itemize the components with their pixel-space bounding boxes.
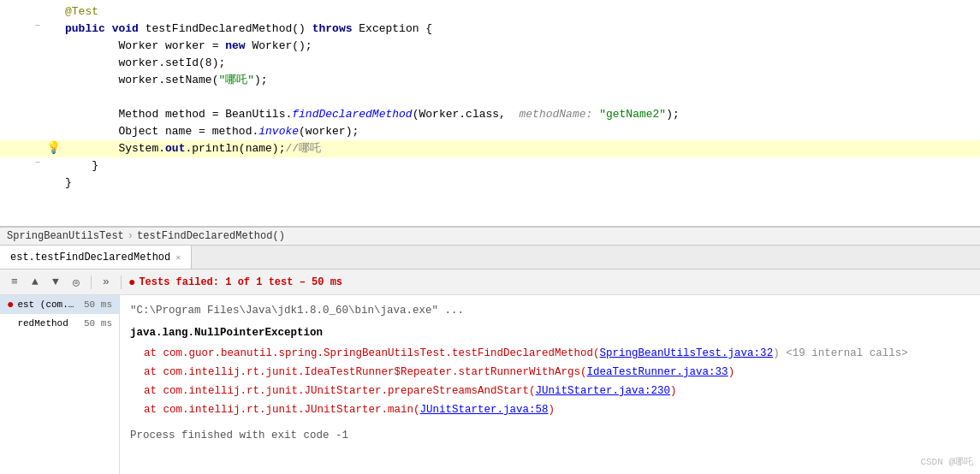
keyword: public (65, 22, 105, 35)
comment: //哪吒 (285, 142, 321, 155)
stack-frame-3: at com.intellij.rt.junit.JUnitStarter.pr… (130, 382, 970, 400)
code-line-7: Method method = BeanUtils.findDeclaredMe… (0, 106, 980, 123)
keyword: void (112, 22, 139, 35)
test-tab[interactable]: est.testFindDeclaredMethod ✕ (0, 246, 192, 269)
line-content: Object name = method.invoke(worker); (62, 123, 980, 140)
line-fold-collapse[interactable]: − (31, 21, 45, 31)
stack-prefix-3: at com.intellij.rt.junit.JUnitStarter.pr… (144, 385, 536, 397)
bottom-section: est.testFindDeclaredMethod ✕ ≡ ▲ ▼ ◎ » ●… (0, 246, 980, 474)
line-content: } (62, 175, 980, 192)
test-failed-icon: ● (7, 298, 14, 311)
breadcrumb-bar: SpringBeanUtilsTest › testFindDeclaredMe… (0, 227, 980, 246)
watermark: CSDN @哪吒 (920, 453, 973, 471)
line-content: Method method = BeanUtils.findDeclaredMe… (62, 106, 980, 123)
filter-button[interactable]: ◎ (68, 275, 84, 290)
breadcrumb-separator: › (128, 230, 134, 242)
test-output: "C:\Program Files\Java\jdk1.8.0_60\bin\j… (120, 295, 980, 474)
test-item-time: 50 ms (84, 299, 112, 310)
keyword-throws: throws (312, 22, 353, 35)
line-content (62, 89, 980, 106)
code-line-2: − public void testFindDeclaredMethod() t… (0, 21, 980, 38)
test-list-item-2[interactable]: ● redMethod 50 ms (0, 314, 119, 333)
up-button[interactable]: ▲ (27, 275, 43, 290)
stack-frame-2: at com.intellij.rt.junit.IdeaTestRunner$… (130, 364, 970, 381)
stack-link-2[interactable]: IdeaTestRunner.java:33 (587, 366, 728, 378)
annotation-test: @Test (65, 5, 98, 18)
more-button[interactable]: » (98, 275, 114, 290)
test-list-item-1[interactable]: ● est (com.guor.b 50 ms (0, 295, 119, 314)
code-line-4: worker.setId(8); (0, 55, 980, 72)
keyword-out: out (165, 142, 185, 155)
line-content: worker.setId(8); (62, 55, 980, 72)
test-body: ● est (com.guor.b 50 ms ● redMethod 50 m… (0, 295, 980, 474)
stack-link-4[interactable]: JUnitStarter.java:58 (420, 404, 549, 416)
line-content: System.out.println(name);//哪吒 (62, 140, 980, 157)
stack-prefix-1: at com.guor.beanutil.spring.SpringBeanUt… (144, 347, 600, 359)
code-lines: @Test − public void testFindDeclaredMeth… (0, 0, 980, 195)
stack-suffix-3: ) (670, 385, 677, 397)
test-list: ● est (com.guor.b 50 ms ● redMethod 50 m… (0, 295, 120, 474)
code-line-8: Object name = method.invoke(worker); (0, 123, 980, 140)
line-content: } (62, 157, 980, 175)
line-hint-bulb[interactable]: 💡 (45, 140, 62, 155)
string-literal: "getName2" (599, 108, 666, 121)
code-line-9: 💡 System.out.println(name);//哪吒 (0, 140, 980, 157)
tab-close-button[interactable]: ✕ (175, 252, 181, 263)
line-content: public void testFindDeclaredMethod() thr… (62, 21, 980, 38)
code-line-11: } (0, 175, 980, 192)
output-command: "C:\Program Files\Java\jdk1.8.0_60\bin\j… (130, 302, 970, 319)
output-exception: java.lang.NullPointerException (130, 324, 970, 341)
test-status-text: Tests failed: 1 of 1 test – 50 ms (139, 276, 342, 288)
main-container: @Test − public void testFindDeclaredMeth… (0, 0, 980, 474)
stack-suffix-2: ) (728, 366, 735, 378)
test-item-name-2: redMethod (17, 318, 77, 329)
code-line-1: @Test (0, 3, 980, 21)
method-invoke: invoke (258, 125, 299, 138)
test-toolbar: ≡ ▲ ▼ ◎ » ● Tests failed: 1 of 1 test – … (0, 270, 980, 295)
output-finished: Process finished with exit code -1 (130, 427, 970, 444)
code-line-5: worker.setName("哪吒"); (0, 72, 980, 89)
code-editor: @Test − public void testFindDeclaredMeth… (0, 0, 980, 227)
test-item-name: est (com.guor.b (17, 299, 77, 310)
stack-frame-1: at com.guor.beanutil.spring.SpringBeanUt… (130, 345, 970, 362)
line-fold-close[interactable]: − (31, 157, 45, 168)
test-panel: ≡ ▲ ▼ ◎ » ● Tests failed: 1 of 1 test – … (0, 270, 980, 474)
stack-frame-4: at com.intellij.rt.junit.JUnitStarter.ma… (130, 401, 970, 418)
code-line-10: − } (0, 157, 980, 175)
stack-prefix-2: at com.intellij.rt.junit.IdeaTestRunner$… (144, 366, 587, 378)
tab-bar: est.testFindDeclaredMethod ✕ (0, 246, 980, 270)
bulb-icon: 💡 (46, 140, 61, 155)
stack-prefix-4: at com.intellij.rt.junit.JUnitStarter.ma… (144, 404, 420, 416)
test-item-time-2: 50 ms (84, 318, 112, 329)
keyword-new: new (225, 39, 245, 52)
line-content: worker.setName("哪吒"); (62, 72, 980, 89)
line-content: @Test (62, 3, 980, 21)
code-line-6 (0, 89, 980, 106)
failed-icon: ● (128, 276, 135, 289)
param-hint: methodName: (520, 108, 593, 121)
stack-link-3[interactable]: JUnitStarter.java:230 (536, 385, 671, 397)
toolbar-separator-2 (121, 276, 122, 289)
method-call: findDeclaredMethod (292, 108, 412, 121)
breadcrumb-item-method[interactable]: testFindDeclaredMethod() (137, 230, 285, 242)
breadcrumb-item-class[interactable]: SpringBeanUtilsTest (7, 230, 124, 242)
line-content: Worker worker = new Worker(); (62, 38, 980, 55)
string-literal: "哪吒" (218, 74, 254, 86)
toolbar-separator (91, 276, 92, 289)
stack-link-1[interactable]: SpringBeanUtilsTest.java:32 (600, 347, 774, 359)
stack-suffix-4: ) (549, 404, 555, 416)
down-button[interactable]: ▼ (48, 275, 63, 290)
tab-label: est.testFindDeclaredMethod (10, 252, 170, 264)
test-status: ● Tests failed: 1 of 1 test – 50 ms (128, 276, 342, 289)
code-line-3: Worker worker = new Worker(); (0, 38, 980, 55)
rerun-button[interactable]: ≡ (7, 275, 22, 290)
stack-suffix-1: ) <19 internal calls> (773, 347, 908, 359)
